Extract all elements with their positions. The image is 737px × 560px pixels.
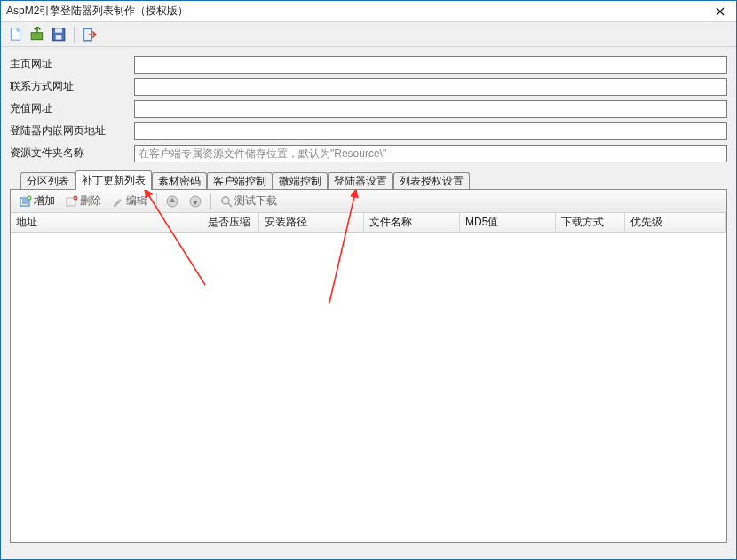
tabbar: 分区列表 补丁更新列表 素材密码 客户端控制 微端控制 登陆器设置 列表授权设置 — [1, 170, 736, 190]
edit-label: 编辑 — [126, 193, 147, 209]
new-button[interactable] — [8, 27, 24, 43]
delete-label: 删除 — [80, 193, 101, 209]
toolbar-separator — [74, 27, 75, 43]
add-button[interactable]: 增加 — [16, 192, 59, 211]
open-button[interactable] — [29, 27, 45, 43]
form-row-contact: 联系方式网址 — [10, 76, 727, 97]
input-home-url[interactable] — [134, 56, 727, 74]
input-recharge-url[interactable] — [134, 100, 727, 118]
tab-partition-list[interactable]: 分区列表 — [20, 172, 75, 190]
test-download-button[interactable]: 测试下载 — [217, 192, 281, 211]
sub-toolbar: 增加 删除 编辑 — [11, 190, 726, 213]
svg-rect-1 — [31, 32, 42, 39]
grid-body[interactable] — [11, 233, 726, 542]
svg-rect-4 — [56, 35, 62, 40]
tab-launcher-settings[interactable]: 登陆器设置 — [328, 172, 393, 190]
col-md5[interactable]: MD5值 — [460, 213, 556, 232]
label-contact-url: 联系方式网址 — [10, 79, 134, 94]
add-label: 增加 — [34, 193, 55, 209]
tab-content: 增加 删除 编辑 — [10, 190, 727, 543]
label-home-url: 主页网址 — [10, 57, 134, 72]
col-fname[interactable]: 文件名称 — [364, 213, 460, 232]
move-down-button[interactable] — [186, 192, 205, 211]
delete-button[interactable]: 删除 — [62, 192, 105, 211]
exit-button[interactable] — [82, 27, 98, 43]
label-res-folder: 资源文件夹名称 — [10, 146, 134, 161]
sub-separator-2 — [210, 193, 211, 209]
test-download-label: 测试下载 — [234, 193, 277, 209]
svg-rect-3 — [55, 28, 62, 33]
edit-icon — [112, 195, 124, 208]
edit-button[interactable]: 编辑 — [108, 192, 151, 211]
label-embed-url: 登陆器内嵌网页地址 — [10, 123, 134, 138]
form-row-embed: 登陆器内嵌网页地址 — [10, 121, 727, 141]
form-row-recharge: 充值网址 — [10, 99, 727, 119]
grid-header: 地址 是否压缩 安装路径 文件名称 MD5值 下载方式 优先级 — [11, 213, 726, 233]
main-toolbar — [1, 22, 736, 47]
app-window: AspM2引擎登陆器列表制作（授权版） — [0, 0, 737, 560]
save-icon — [51, 27, 67, 43]
move-up-button[interactable] — [162, 192, 182, 211]
col-addr[interactable]: 地址 — [11, 213, 202, 232]
window-title: AspM2引擎登陆器列表制作（授权版） — [6, 4, 709, 19]
input-embed-url[interactable] — [134, 122, 727, 140]
add-icon — [20, 195, 32, 208]
tab-list-auth-settings[interactable]: 列表授权设置 — [393, 172, 470, 190]
delete-icon — [66, 195, 78, 208]
exit-icon — [82, 27, 98, 43]
sub-separator-1 — [156, 193, 157, 209]
input-res-folder[interactable] — [134, 145, 727, 162]
titlebar: AspM2引擎登陆器列表制作（授权版） — [1, 1, 736, 22]
tab-material-password[interactable]: 素材密码 — [152, 172, 207, 190]
label-recharge-url: 充值网址 — [10, 101, 134, 116]
svg-point-12 — [222, 197, 229, 204]
col-prio[interactable]: 优先级 — [625, 213, 726, 232]
new-file-icon — [8, 27, 24, 43]
input-contact-url[interactable] — [134, 78, 727, 96]
close-icon — [716, 7, 725, 16]
form-row-resfolder: 资源文件夹名称 — [10, 143, 727, 163]
save-button[interactable] — [51, 27, 67, 43]
open-icon — [29, 27, 45, 43]
form-area: 主页网址 联系方式网址 充值网址 登陆器内嵌网页地址 资源文件夹名称 — [1, 47, 736, 170]
col-compress[interactable]: 是否压缩 — [202, 213, 259, 232]
tab-patch-update-list[interactable]: 补丁更新列表 — [75, 170, 152, 190]
search-icon — [220, 195, 233, 208]
tab-client-control[interactable]: 客户端控制 — [207, 172, 273, 190]
close-button[interactable] — [709, 4, 731, 20]
form-row-home: 主页网址 — [10, 54, 727, 75]
arrow-down-icon — [189, 195, 202, 208]
tab-micro-control[interactable]: 微端控制 — [273, 172, 328, 190]
arrow-up-icon — [166, 195, 178, 208]
col-install[interactable]: 安装路径 — [259, 213, 364, 232]
col-dlmode[interactable]: 下载方式 — [556, 213, 625, 232]
